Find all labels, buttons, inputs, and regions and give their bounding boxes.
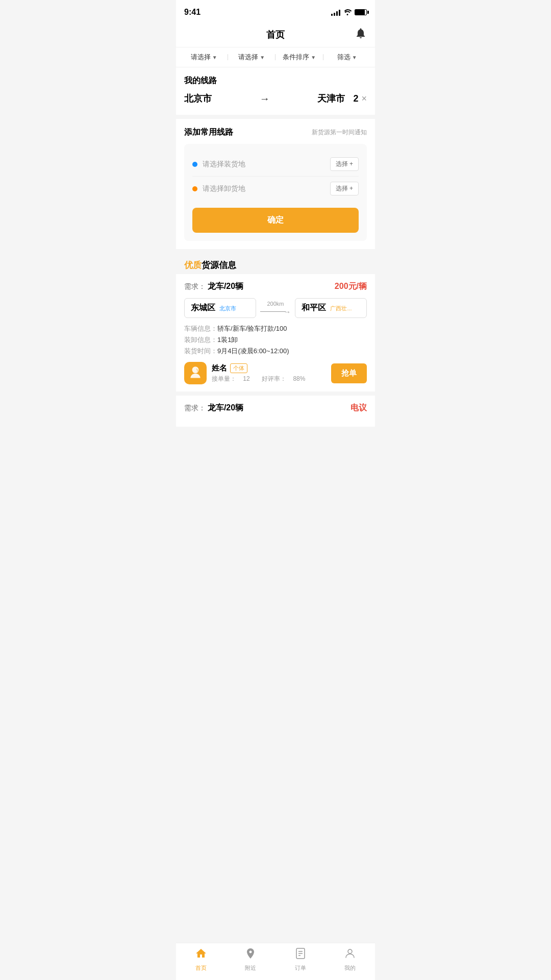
rating-label-1: 好评率： — [262, 375, 286, 382]
rating-val-1: 88% — [293, 375, 305, 382]
shipper-left-1: 姓名 个体 接单量： 12 好评率： 88% — [184, 362, 310, 384]
shipper-stats-1: 接单量： 12 好评率： 88% — [212, 375, 310, 383]
demand-label-2: 需求： — [184, 404, 206, 412]
route-count: 2 — [353, 93, 358, 104]
shipper-avatar-1 — [184, 362, 207, 384]
nav-item-mine[interactable]: 我的 — [325, 947, 375, 972]
freight-header-1: 需求： 龙车/20辆 200元/辆 — [184, 281, 367, 292]
confirm-route-button[interactable]: 确定 — [192, 208, 359, 233]
freight-to-sub-1: 广西壮... — [330, 305, 352, 311]
vehicle-val-1: 轿车/新车/验车打款/100 — [217, 324, 287, 333]
shipper-tag-1: 个体 — [230, 363, 247, 373]
svg-point-5 — [348, 949, 352, 953]
route-item: 北京市 → 天津市 2 × — [184, 92, 367, 105]
chevron-down-icon-1: ▼ — [212, 55, 217, 60]
filter-label-1: 请选择 — [191, 53, 211, 62]
vehicle-info-row-1: 车辆信息： 轿车/新车/验车打款/100 — [184, 324, 367, 333]
nav-item-orders[interactable]: 订单 — [276, 947, 325, 972]
time-label-1: 装货时间： — [184, 347, 217, 356]
freight-card-1: 需求： 龙车/20辆 200元/辆 东城区 北京市 200km → 和平区 广西… — [176, 274, 375, 391]
freight-route-mid-1: 200km → — [260, 301, 291, 316]
vehicle-label-1: 车辆信息： — [184, 324, 217, 333]
freight-to-box-1: 和平区 广西壮... — [295, 298, 367, 318]
add-route-hint: 新货源第一时间通知 — [312, 128, 367, 137]
freight-price-2: 电议 — [350, 403, 367, 413]
orders-val-1: 12 — [243, 375, 249, 382]
route-to: 天津市 — [317, 92, 345, 105]
time-val-1: 9月4日(凌晨6:00~12:00) — [217, 347, 289, 356]
battery-icon — [355, 9, 367, 15]
freight-from-city-1: 东城区 — [191, 303, 215, 312]
add-route-card: 请选择装货地 选择 + 请选择卸货地 选择 + 确定 — [184, 144, 367, 241]
loading-val-1: 1装1卸 — [217, 335, 238, 345]
nav-item-nearby[interactable]: 附近 — [226, 947, 276, 972]
quality-rest: 货源信息 — [202, 260, 236, 270]
my-routes-title: 我的线路 — [184, 76, 367, 86]
filter-label-2: 请选择 — [238, 53, 258, 62]
route-arrow: → — [212, 93, 317, 105]
person-icon — [344, 947, 356, 963]
add-route-section: 添加常用线路 新货源第一时间通知 请选择装货地 选择 + 请选择卸货地 选择 +… — [176, 119, 375, 249]
add-route-title: 添加常用线路 — [184, 127, 233, 138]
freight-from-box-1: 东城区 北京市 — [184, 298, 256, 318]
location-icon — [244, 947, 257, 963]
freight-to-city-1: 和平区 — [302, 303, 326, 312]
filter-item-1[interactable]: 请选择 ▼ — [180, 53, 228, 62]
demand-val-2: 龙车/20辆 — [208, 403, 243, 412]
add-route-header: 添加常用线路 新货源第一时间通知 — [184, 127, 367, 138]
my-routes-section: 我的线路 北京市 → 天津市 2 × — [176, 67, 375, 115]
filter-item-4[interactable]: 筛选 ▼ — [323, 53, 371, 62]
nav-item-home[interactable]: 首页 — [176, 947, 226, 972]
freight-demand-1: 需求： 龙车/20辆 — [184, 281, 243, 292]
filter-item-2[interactable]: 请选择 ▼ — [228, 53, 276, 62]
chevron-down-icon-4: ▼ — [352, 55, 357, 60]
nav-label-home: 首页 — [195, 964, 207, 972]
chevron-down-icon-2: ▼ — [260, 55, 265, 60]
shipper-name-1: 姓名 — [212, 363, 227, 373]
wifi-icon — [343, 8, 352, 17]
loading-location-row: 请选择装货地 选择 + — [192, 152, 359, 177]
freight-distance-1: 200km — [267, 301, 284, 307]
loading-location-label: 请选择装货地 — [203, 160, 245, 169]
nav-label-mine: 我的 — [344, 964, 356, 972]
time-info-row-1: 装货时间： 9月4日(凌晨6:00~12:00) — [184, 347, 367, 356]
unloading-dot — [192, 186, 197, 191]
select-loading-button[interactable]: 选择 + — [330, 157, 359, 171]
loading-dot — [192, 162, 197, 167]
freight-route-1: 东城区 北京市 200km → 和平区 广西壮... — [184, 298, 367, 318]
unloading-location-label: 请选择卸货地 — [203, 184, 245, 193]
select-unloading-button[interactable]: 选择 + — [330, 182, 359, 195]
freight-card-2: 需求： 龙车/20辆 电议 — [176, 396, 375, 427]
page-header: 首页 — [176, 22, 375, 47]
quality-highlight: 优质 — [184, 260, 202, 270]
close-route-button[interactable]: × — [361, 93, 367, 104]
quality-title: 优质货源信息 — [184, 260, 236, 270]
status-icons — [331, 8, 367, 17]
chevron-down-icon-3: ▼ — [311, 55, 316, 60]
loading-label-1: 装卸信息： — [184, 335, 217, 345]
freight-from-sub-1: 北京市 — [219, 305, 236, 311]
order-icon — [294, 947, 307, 963]
home-icon — [195, 947, 207, 963]
shipper-info-1: 姓名 个体 接单量： 12 好评率： 88% — [212, 363, 310, 383]
demand-label-1: 需求： — [184, 282, 206, 290]
unloading-location-row: 请选择卸货地 选择 + — [192, 177, 359, 201]
filter-label-4: 筛选 — [337, 53, 350, 62]
page-title: 首页 — [266, 29, 285, 41]
shipper-row-1: 姓名 个体 接单量： 12 好评率： 88% 抢单 — [184, 362, 367, 384]
status-time: 9:41 — [184, 8, 201, 17]
bell-icon[interactable] — [355, 27, 367, 42]
freight-demand-2: 需求： 龙车/20辆 — [184, 403, 243, 413]
status-bar: 9:41 — [176, 0, 375, 22]
quality-section-header: 优质货源信息 — [176, 253, 375, 274]
bottom-nav: 首页 附近 订单 我的 — [176, 943, 375, 980]
grab-button-1[interactable]: 抢单 — [331, 363, 367, 383]
route-from: 北京市 — [184, 92, 212, 105]
nav-label-nearby: 附近 — [245, 964, 256, 972]
orders-label-1: 接单量： — [212, 375, 236, 382]
filter-bar: 请选择 ▼ 请选择 ▼ 条件排序 ▼ 筛选 ▼ — [176, 47, 375, 67]
freight-price-1: 200元/辆 — [335, 281, 367, 292]
filter-item-3[interactable]: 条件排序 ▼ — [276, 53, 323, 62]
nav-label-orders: 订单 — [295, 964, 306, 972]
demand-val-1: 龙车/20辆 — [208, 282, 243, 290]
